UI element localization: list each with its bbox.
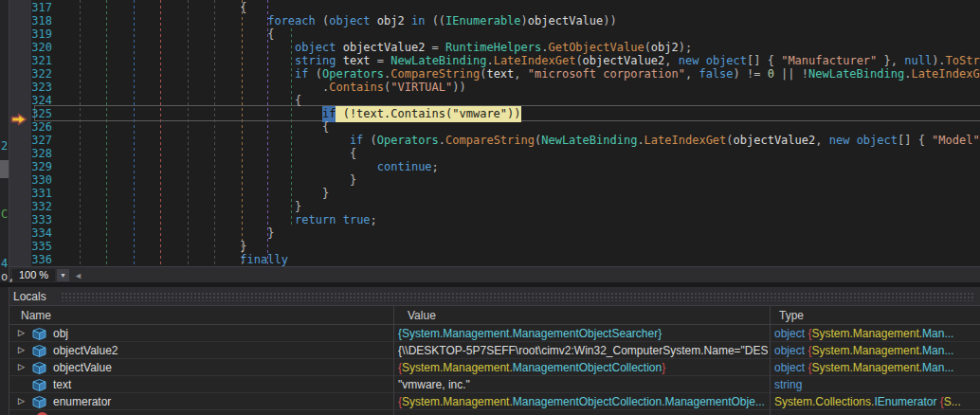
drag-handle-dots[interactable] — [61, 292, 974, 301]
variable-value[interactable]: {\\DESKTOP-5P7SEFF\root\cimv2:Win32_Comp… — [398, 344, 768, 357]
locals-row-objectValue[interactable]: ▷objectValue{System.Management.Managemen… — [9, 359, 980, 376]
token: CompareString — [390, 67, 480, 81]
token: || ! — [774, 67, 808, 81]
token: RuntimeHelpers — [445, 41, 541, 54]
token: 0 — [768, 67, 774, 81]
locals-row-enumerator[interactable]: ▷enumerator{System.Management.Management… — [9, 393, 980, 410]
token: , — [815, 134, 828, 147]
token: false — [699, 67, 733, 81]
token: { — [267, 27, 274, 41]
code-line-326[interactable]: 326 { — [9, 120, 980, 134]
token: , — [514, 67, 527, 81]
scroll-left-button[interactable]: ◄ — [74, 270, 82, 281]
expander-icon[interactable]: ▷ — [18, 396, 25, 406]
code-line-336[interactable]: 336 finally — [9, 253, 980, 266]
locals-title: Locals — [13, 290, 46, 303]
token: { — [350, 147, 356, 160]
locals-row-obj[interactable]: ▷obj{System.Management.ManagementObjectS… — [9, 325, 980, 342]
code-text: continue; — [48, 160, 439, 173]
variable-name: enumerator — [53, 395, 111, 408]
code-line-317[interactable]: 317 { — [9, 1, 980, 14]
current-statement-arrow-icon[interactable] — [10, 113, 27, 126]
column-header-value[interactable]: Value — [408, 309, 436, 322]
token: System.Management. — [811, 327, 922, 340]
expander-icon[interactable]: ▷ — [18, 362, 25, 371]
code-line-332[interactable]: 332 } — [9, 200, 980, 213]
variable-cube-icon — [32, 379, 46, 394]
code-editor[interactable]: 317 {318 foreach (object obj2 in ((IEnum… — [9, 0, 980, 266]
token: objectValue — [528, 14, 603, 27]
locals-row-objectValue2[interactable]: ▷objectValue2{\\DESKTOP-5P7SEFF\root\cim… — [9, 342, 980, 359]
column-header-type[interactable]: Type — [779, 309, 804, 322]
token: } — [295, 200, 301, 213]
code-line-331[interactable]: 331 } — [9, 187, 980, 200]
token: System.Management. — [402, 361, 513, 374]
code-line-319[interactable]: 319 { — [9, 27, 980, 41]
token: { — [322, 120, 329, 134]
token: object — [774, 361, 805, 374]
variable-name: obj — [53, 327, 68, 340]
code-line-333[interactable]: 333 return true; — [9, 213, 980, 226]
code-line-318[interactable]: 318 foreach (object obj2 in ((IEnumerabl… — [9, 14, 980, 27]
token: objectValue2 — [734, 134, 816, 147]
code-text: { — [48, 94, 301, 107]
token: LateIndexGet — [494, 54, 576, 67]
token: objectValue2 — [583, 54, 665, 67]
column-resize-handle[interactable] — [393, 306, 394, 415]
locals-title-bar[interactable]: Locals — [9, 287, 980, 306]
code-line-320[interactable]: 320 object objectValue2 = RuntimeHelpers… — [9, 41, 980, 54]
expander-icon[interactable]: ▷ — [18, 328, 25, 337]
token: System.Management. — [402, 395, 513, 408]
token: obj2 — [651, 41, 679, 54]
expander-icon[interactable]: ▷ — [18, 345, 25, 354]
code-text: if (Operators.CompareString(NewLateBindi… — [48, 134, 980, 147]
token: ); — [679, 41, 692, 54]
token: obj2 — [377, 14, 405, 27]
variable-cube-icon — [32, 328, 46, 343]
token: }, — [877, 54, 904, 67]
variable-value[interactable]: {System.Management.ManagementObjectColle… — [398, 361, 768, 374]
variable-value[interactable]: {System.Management.ManagementObjectSearc… — [398, 327, 768, 340]
token: "vmware, inc." — [398, 378, 470, 391]
token: continue — [377, 160, 432, 173]
token: {System.Management.ManagementObjectSearc… — [398, 327, 662, 340]
token: ) — [521, 14, 528, 27]
code-line-335[interactable]: 335 } — [9, 240, 980, 253]
variable-value[interactable]: {System.Management.ManagementObjectColle… — [398, 395, 768, 408]
code-line-330[interactable]: 330 } — [9, 173, 980, 187]
code-line-322[interactable]: 322 if (Operators.CompareString(text, "m… — [9, 67, 980, 81]
code-line-329[interactable]: 329 continue; — [9, 160, 980, 173]
code-line-328[interactable]: 328 { — [9, 147, 980, 160]
code-line-321[interactable]: 321 string text = NewLateBinding.LateInd… — [9, 54, 980, 67]
token — [336, 213, 342, 226]
code-text: } — [48, 173, 356, 187]
zoom-level-value[interactable]: 100 % — [12, 269, 55, 281]
code-line-323[interactable]: 323 .Contains("VIRTUAL")) — [9, 81, 980, 94]
code-line-327[interactable]: 327 if (Operators.CompareString(NewLateB… — [9, 134, 980, 147]
code-text: return true; — [48, 213, 377, 226]
column-header-name[interactable]: Name — [21, 309, 51, 322]
code-text: } — [48, 226, 274, 240]
variable-cube-icon — [32, 362, 46, 377]
token: text — [486, 67, 514, 81]
code-text: } — [48, 187, 329, 200]
code-text: foreach (object obj2 in ((IEnumerable)ob… — [48, 14, 617, 27]
code-text: { — [48, 120, 329, 134]
sliver-scrollbar-thumb[interactable] — [0, 160, 9, 178]
column-resize-handle[interactable] — [770, 306, 771, 415]
token: ( — [575, 54, 582, 67]
token: CompareString — [445, 134, 535, 147]
clipped-text-fragment: C — [1, 208, 8, 221]
clipped-text-fragment: o, — [1, 270, 14, 283]
code-line-325[interactable]: 325 if (!text.Contains("vmware")) — [9, 107, 980, 120]
zoom-dropdown-button[interactable]: ▼ — [57, 269, 69, 281]
code-line-334[interactable]: 334 } — [9, 226, 980, 240]
code-text: { — [48, 1, 247, 14]
token — [849, 134, 856, 147]
token: Man... — [922, 361, 953, 374]
variable-value[interactable]: "vmware, inc." — [398, 378, 768, 391]
code-line-324[interactable]: 324 { — [9, 94, 980, 107]
locals-panel: Locals Name Value Type ▷obj{System.Manag… — [9, 287, 980, 415]
locals-row-text[interactable]: text"vmware, inc."string — [9, 376, 980, 393]
token: )) — [603, 14, 616, 27]
